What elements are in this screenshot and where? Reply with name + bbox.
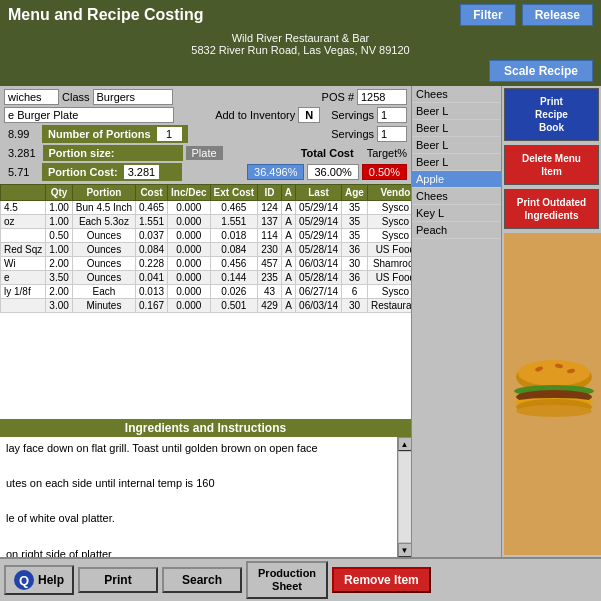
sidebar-scroll[interactable]: CheesBeer LBeer LBeer LBeer LAppleCheesK… (412, 86, 501, 557)
print-recipe-book-button[interactable]: Print Recipe Book (504, 88, 599, 141)
cell-age: 6 (342, 285, 368, 299)
cell-a: A (281, 215, 295, 229)
cell-incdec: 0.000 (168, 271, 211, 285)
table-row[interactable]: Red Sqz 1.00 Ounces 0.084 0.000 0.084 23… (1, 243, 412, 257)
sidebar-list-item[interactable]: Beer L (412, 154, 501, 171)
burger-image (504, 233, 601, 555)
sidebar-list-item[interactable]: Peach (412, 222, 501, 239)
category-input[interactable] (4, 89, 59, 105)
cell-last: 06/03/14 (296, 299, 342, 313)
col-vendor-header: Vendo (367, 185, 411, 201)
table-row[interactable]: ly 1/8f 2.00 Each 0.013 0.000 0.026 43 A… (1, 285, 412, 299)
cell-desc: Red Sqz (1, 243, 46, 257)
restaurant-address: 5832 River Run Road, Las Vegas, NV 89120 (2, 44, 599, 56)
cell-vendor: Sysco (367, 201, 411, 215)
cell-id: 43 (258, 285, 282, 299)
cell-portion: Ounces (72, 271, 135, 285)
cell-extcost: 0.465 (210, 201, 258, 215)
cell-vendor: Shamrock (367, 257, 411, 271)
remove-item-button[interactable]: Remove Item (332, 567, 431, 593)
ingredient-line (6, 528, 391, 546)
print-outdated-button[interactable]: Print Outdated Ingredients (504, 189, 599, 229)
cell-qty: 1.00 (46, 215, 72, 229)
cell-desc: Wi (1, 257, 46, 271)
sidebar-list-item[interactable]: Chees (412, 86, 501, 103)
sidebar-list-item[interactable]: Beer L (412, 103, 501, 120)
servings-input[interactable] (377, 107, 407, 123)
portions-label: Number of Portions (48, 128, 151, 140)
table-row[interactable]: Wi 2.00 Ounces 0.228 0.000 0.456 457 A 0… (1, 257, 412, 271)
cell-qty: 1.00 (46, 243, 72, 257)
release-button[interactable]: Release (522, 4, 593, 26)
portion-cost-value: 3.281 (124, 165, 160, 179)
cell-last: 05/29/14 (296, 229, 342, 243)
sidebar-list-item[interactable]: Chees (412, 188, 501, 205)
delete-menu-item-button[interactable]: Delete Menu Item (504, 145, 599, 185)
cell-incdec: 0.000 (168, 215, 211, 229)
cell-desc (1, 299, 46, 313)
help-button[interactable]: Q Help (4, 565, 74, 595)
cell-extcost: 0.144 (210, 271, 258, 285)
pos-input[interactable] (357, 89, 407, 105)
sidebar-list-item[interactable]: Beer L (412, 137, 501, 154)
pct2-value: 36.00% (307, 164, 358, 180)
price-value: 8.99 (4, 127, 39, 141)
cell-age: 30 (342, 299, 368, 313)
cell-last: 06/03/14 (296, 257, 342, 271)
cell-portion: Each (72, 285, 135, 299)
filter-button[interactable]: Filter (460, 4, 515, 26)
cell-last: 05/29/14 (296, 215, 342, 229)
sidebar-list-item[interactable]: Key L (412, 205, 501, 222)
cell-extcost: 0.084 (210, 243, 258, 257)
table-row[interactable]: e 3.50 Ounces 0.041 0.000 0.144 235 A 05… (1, 271, 412, 285)
class-input[interactable] (93, 89, 173, 105)
cost2-value: 5.71 (4, 165, 39, 179)
cell-id: 235 (258, 271, 282, 285)
print-button[interactable]: Print (78, 567, 158, 593)
cell-qty: 3.50 (46, 271, 72, 285)
ingredient-line: le of white oval platter. (6, 510, 391, 528)
portion-cost-label: Portion Cost: (48, 166, 118, 178)
target-label: Target% (367, 147, 407, 159)
scroll-up-arrow[interactable]: ▲ (398, 437, 412, 451)
col-incdec-header: Inc/Dec (168, 185, 211, 201)
cell-age: 35 (342, 215, 368, 229)
scale-recipe-button[interactable]: Scale Recipe (489, 60, 593, 82)
col-id-header: ID (258, 185, 282, 201)
ingredients-scrollbar[interactable]: ▲ ▼ (397, 437, 411, 557)
col-desc-header (1, 185, 46, 201)
col-qty-header: Qty (46, 185, 72, 201)
search-button[interactable]: Search (162, 567, 242, 593)
cell-last: 06/27/14 (296, 285, 342, 299)
table-row[interactable]: oz 1.00 Each 5.3oz 1.551 0.000 1.551 137… (1, 215, 412, 229)
item-name-input[interactable] (4, 107, 174, 123)
cell-incdec: 0.000 (168, 257, 211, 271)
cell-extcost: 0.456 (210, 257, 258, 271)
sidebar-list-item[interactable]: Beer L (412, 120, 501, 137)
app-title: Menu and Recipe Costing (8, 6, 204, 23)
sidebar-list-item[interactable]: Apple (412, 171, 501, 188)
action-panel: Print Recipe Book Delete Menu Item Print… (501, 86, 601, 557)
cell-a: A (281, 285, 295, 299)
cell-desc: e (1, 271, 46, 285)
svg-point-9 (516, 405, 592, 417)
cell-cost: 0.041 (135, 271, 167, 285)
ingredient-line: utes on each side until internal temp is… (6, 475, 391, 493)
cell-desc: 4.5 (1, 201, 46, 215)
production-sheet-button[interactable]: Production Sheet (246, 561, 328, 599)
cell-age: 35 (342, 229, 368, 243)
table-row[interactable]: 3.00 Minutes 0.167 0.000 0.501 429 A 06/… (1, 299, 412, 313)
cell-portion: Ounces (72, 229, 135, 243)
cell-portion: Minutes (72, 299, 135, 313)
cell-a: A (281, 229, 295, 243)
cell-vendor: Restaurant (367, 299, 411, 313)
servings-label: Servings (331, 109, 374, 121)
cell-qty: 2.00 (46, 285, 72, 299)
cell-extcost: 0.501 (210, 299, 258, 313)
cell-a: A (281, 257, 295, 271)
table-row[interactable]: 0.50 Ounces 0.037 0.000 0.018 114 A 05/2… (1, 229, 412, 243)
servings-input2[interactable] (377, 126, 407, 142)
scroll-down-arrow[interactable]: ▼ (398, 543, 412, 557)
table-row[interactable]: 4.5 1.00 Bun 4.5 Inch 0.465 0.000 0.465 … (1, 201, 412, 215)
cell-vendor: US Food (367, 271, 411, 285)
